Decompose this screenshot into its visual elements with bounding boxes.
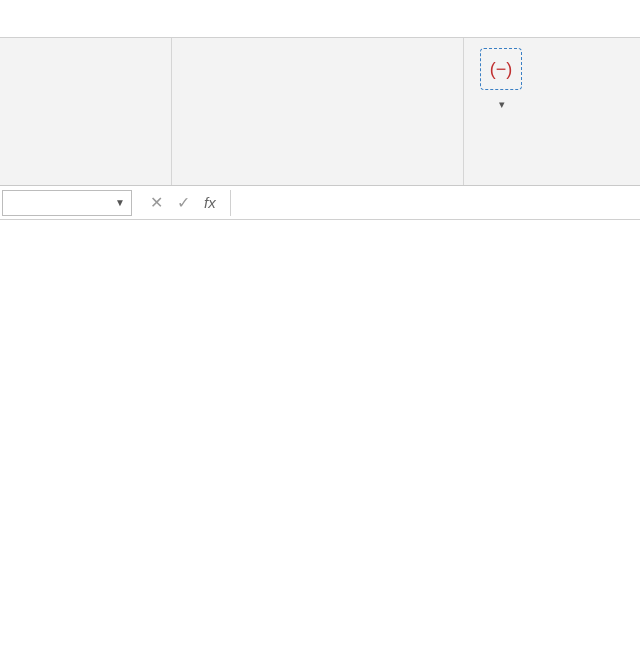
numeric-icon: (−) — [480, 48, 522, 90]
formula-bar-row: ▼ ✕ ✓ fx — [0, 186, 640, 220]
ribbon-body: (−) ▾ — [0, 38, 640, 186]
accept-icon[interactable]: ✓ — [177, 193, 190, 212]
ribbon-group-text — [0, 38, 172, 185]
ribbon-group-advanced-text — [172, 38, 464, 185]
numeric-button[interactable]: (−) ▾ — [472, 44, 530, 175]
chevron-down-icon[interactable]: ▼ — [115, 197, 125, 208]
fx-icon[interactable]: fx — [204, 194, 216, 211]
chevron-down-icon: ▾ — [499, 98, 505, 111]
name-box[interactable]: ▼ — [2, 190, 132, 216]
group-label-advanced — [180, 175, 455, 183]
ribbon-tabs — [0, 0, 640, 38]
formula-input[interactable] — [230, 190, 640, 216]
ribbon-group-numeric: (−) ▾ — [464, 38, 640, 185]
group-label-numeric — [472, 175, 632, 183]
formula-buttons: ✕ ✓ fx — [136, 193, 230, 212]
group-label-text — [8, 175, 163, 183]
cancel-icon[interactable]: ✕ — [150, 193, 163, 212]
